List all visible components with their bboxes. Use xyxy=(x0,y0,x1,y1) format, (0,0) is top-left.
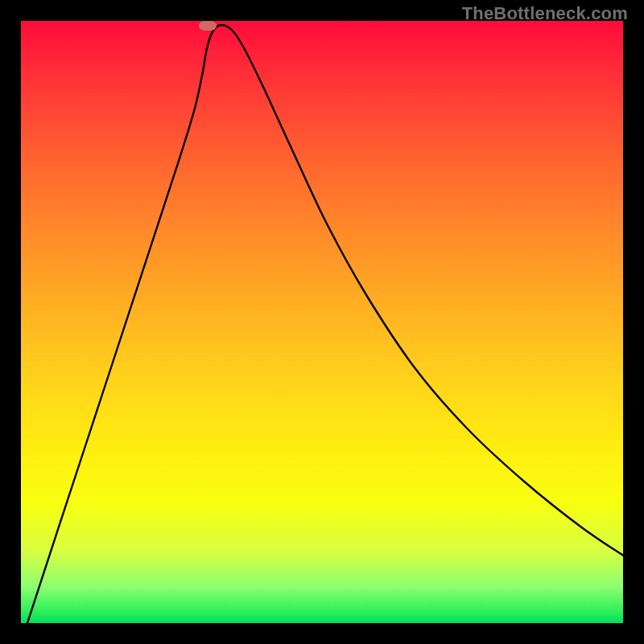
watermark-text: TheBottleneck.com xyxy=(462,3,628,24)
bottleneck-curve xyxy=(21,21,623,623)
optimal-point-marker xyxy=(199,21,217,31)
chart-plot-area xyxy=(21,21,623,623)
